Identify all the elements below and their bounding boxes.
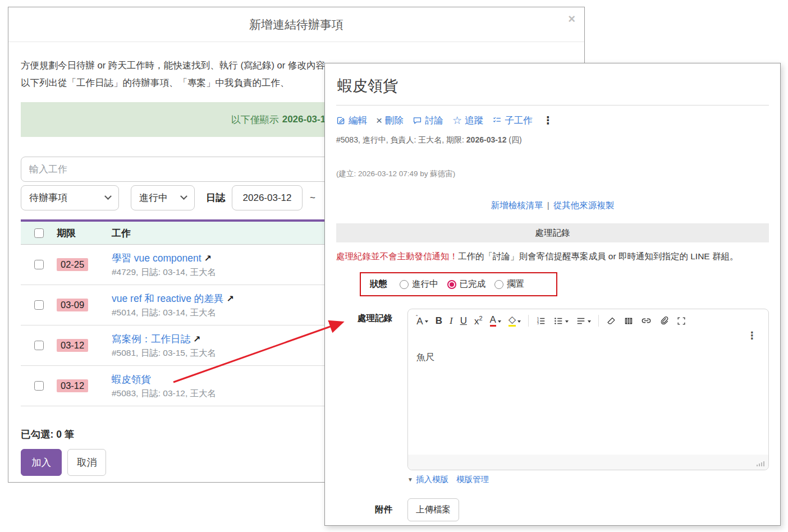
subtask-label: 子工作: [505, 114, 533, 127]
caret-down-icon: [588, 320, 591, 323]
caret-down-icon: [517, 320, 521, 323]
open-task-arrow-icon[interactable]: ↗: [193, 334, 200, 344]
row-checkbox[interactable]: [34, 381, 44, 391]
attachment-label: 附件: [336, 498, 392, 521]
star-icon: ☆: [452, 115, 462, 126]
editor-content[interactable]: 魚尺: [408, 345, 768, 455]
task-meta-suffix: (四): [506, 135, 521, 144]
bullet-list-button[interactable]: [553, 316, 569, 326]
notice-line: 處理紀錄並不會主動發信通知！工作的「討論」則會寄信提醒專案成員 or 即時通知到…: [336, 251, 769, 263]
chat-bubble-icon: [413, 116, 422, 125]
task-link[interactable]: 蝦皮領貨: [112, 374, 151, 385]
open-task-arrow-icon[interactable]: ↗: [226, 294, 233, 304]
caret-down-icon: [565, 320, 569, 323]
more-options-icon[interactable]: ⋮: [543, 114, 553, 127]
editor-statusbar: [408, 455, 768, 470]
task-link[interactable]: vue ref 和 reactive 的差異: [112, 293, 223, 304]
align-button[interactable]: [576, 316, 591, 326]
italic-button[interactable]: I: [450, 316, 453, 325]
status-radio-shelved[interactable]: 擱置: [494, 278, 524, 290]
status-select[interactable]: 進行中: [131, 185, 195, 210]
caret-down-icon: [425, 320, 428, 323]
created-line: (建立: 2026-03-12 07:49 by 蘇德宙): [336, 169, 769, 179]
chevron-down-icon: [180, 192, 187, 200]
divider: [336, 105, 769, 106]
copy-from-source-link[interactable]: 從其他來源複製: [553, 200, 615, 210]
template-caret-icon[interactable]: ▼: [407, 476, 413, 483]
follow-button[interactable]: ☆ 追蹤: [452, 114, 483, 127]
edit-pencil-icon: [336, 116, 346, 125]
close-icon[interactable]: ×: [568, 13, 575, 25]
follow-label: 追蹤: [465, 114, 483, 127]
task-due-date: 2026-03-12: [466, 135, 507, 144]
superscript-button[interactable]: x2: [474, 315, 483, 326]
add-button[interactable]: 加入: [21, 449, 62, 476]
link-button[interactable]: [641, 315, 652, 326]
task-detail-modal: 蝦皮領貨 編輯 × 刪除: [324, 63, 781, 526]
add-checklist-link[interactable]: 新增檢核清單: [491, 200, 543, 210]
template-links: ▼ 插入模版 模版管理: [407, 474, 769, 485]
attach-file-button[interactable]: [659, 316, 669, 326]
link-separator: |: [547, 200, 549, 210]
editor-toolbar: ˆA B I U x2 A: [408, 309, 768, 345]
subtask-button[interactable]: 子工作: [492, 114, 533, 127]
edit-label: 編輯: [349, 114, 367, 127]
log-label: 日誌: [206, 191, 225, 204]
task-title: 蝦皮領貨: [337, 76, 769, 96]
status-radio-in-progress[interactable]: 進行中: [400, 278, 438, 290]
ordered-list-button[interactable]: 123: [536, 316, 546, 326]
radio-label: 已完成: [460, 278, 486, 290]
manage-template-link[interactable]: 模版管理: [456, 474, 489, 485]
toolbar-divider: [528, 315, 529, 327]
row-checkbox[interactable]: [34, 341, 44, 350]
status-label: 狀態: [370, 278, 387, 290]
delete-button[interactable]: × 刪除: [376, 114, 404, 127]
add-todo-modal-title: 新增連結待辦事項: [8, 7, 584, 42]
select-all-checkbox[interactable]: [34, 228, 44, 238]
row-checkbox[interactable]: [34, 300, 44, 310]
task-link[interactable]: 寫案例：工作日誌: [112, 333, 190, 345]
edit-button[interactable]: 編輯: [336, 114, 367, 127]
radio-label: 擱置: [507, 278, 524, 290]
upload-file-button[interactable]: 上傳檔案: [407, 498, 459, 521]
fullscreen-button[interactable]: [676, 316, 686, 326]
date-from-value: 2026-03-12: [243, 192, 292, 204]
due-badge: 03-12: [57, 339, 88, 352]
status-select-value: 進行中: [139, 191, 168, 204]
font-color-button[interactable]: A: [490, 315, 501, 327]
radio-icon: [400, 280, 409, 289]
resize-grip-icon[interactable]: [757, 460, 764, 466]
open-task-arrow-icon[interactable]: ↗: [204, 254, 212, 263]
font-size-button[interactable]: ˆA: [416, 315, 428, 326]
range-tilde: ~: [310, 192, 315, 204]
record-row: 處理記錄 ˆA B I U x2: [336, 309, 769, 470]
row-checkbox[interactable]: [34, 260, 44, 269]
task-meta-line: #5083, 進行中, 負責人: 王大名, 期限: 2026-03-12 (四): [336, 135, 769, 145]
status-radio-done[interactable]: 已完成: [447, 278, 486, 290]
highlight-color-button[interactable]: ◇: [508, 315, 521, 327]
discuss-button[interactable]: 討論: [413, 114, 443, 127]
cancel-button[interactable]: 取消: [67, 449, 106, 476]
eraser-button[interactable]: [606, 316, 616, 326]
caret-down-icon: [498, 320, 501, 323]
radio-icon: [494, 280, 503, 289]
add-todo-modal-header: 新增連結待辦事項 ×: [8, 7, 584, 42]
task-link[interactable]: 學習 vue component: [112, 253, 201, 264]
editor-more-icon[interactable]: ⋮: [747, 329, 757, 342]
table-button[interactable]: [624, 316, 634, 326]
date-from-input[interactable]: 2026-03-12: [232, 185, 303, 210]
svg-text:3: 3: [537, 322, 539, 325]
notice-warning: 處理紀錄並不會主動發信通知！: [336, 251, 458, 261]
toolbar-divider: [598, 315, 599, 327]
screen: 新增連結待辦事項 × 方便規劃今日待辦 or 跨天工作時，能快速找到、執行 (寫…: [0, 0, 788, 532]
banner-prefix: 以下僅顯示: [231, 113, 279, 126]
col-due-header: 期限: [57, 227, 112, 240]
due-badge: 03-12: [57, 379, 88, 392]
insert-template-link[interactable]: 插入模版: [416, 474, 448, 485]
type-select[interactable]: 待辦事項: [21, 185, 119, 210]
underline-button[interactable]: U: [460, 316, 467, 325]
bold-button[interactable]: B: [436, 316, 442, 325]
task-toolbar: 編輯 × 刪除 討論 ☆ 追蹤: [336, 114, 769, 127]
section-header: 處理記錄: [336, 223, 769, 242]
type-select-value: 待辦事項: [29, 191, 67, 204]
